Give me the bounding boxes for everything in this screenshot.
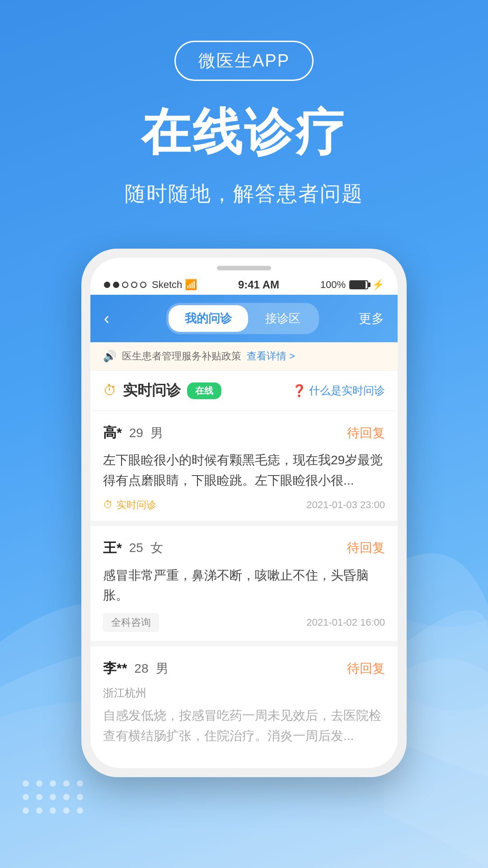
patient-info-2: 王* 25 女 <box>103 539 163 557</box>
case-status-2: 待回复 <box>347 539 385 557</box>
dot-12 <box>36 807 42 814</box>
realtime-icon: ⏱ <box>103 383 117 398</box>
notice-link[interactable]: 查看详情 > <box>247 349 295 363</box>
sub-title: 随时随地，解答患者问题 <box>125 180 363 208</box>
online-badge: 在线 <box>187 382 221 399</box>
status-battery: 100% ⚡ <box>320 279 384 291</box>
consult-list: ⏱ 实时问诊 在线 ❓ 什么是实时问诊 高* 29 <box>90 371 398 763</box>
patient-info-3: 李** 28 男 <box>103 659 169 678</box>
patient-gender-1: 男 <box>150 425 163 442</box>
case-footer-2: 全科咨询 2021-01-02 16:00 <box>103 613 385 632</box>
help-icon: ❓ <box>292 384 306 398</box>
tab-group: 我的问诊 接诊区 <box>166 303 319 334</box>
dot-10 <box>77 794 83 800</box>
dot-4 <box>63 780 70 787</box>
case-header-2: 王* 25 女 待回复 <box>103 539 385 557</box>
tag-icon-1: ⏱ <box>103 499 113 511</box>
tag-label-1: 实时问诊 <box>117 498 156 512</box>
notice-bar: 🔊 医生患者管理服务补贴政策 查看详情 > <box>90 342 398 371</box>
case-status-1: 待回复 <box>347 425 385 442</box>
phone-mockup-container: Sketch 📶 9:41 AM 100% ⚡ ‹ 我的问诊 接诊区 <box>0 249 488 777</box>
hero-section: 微医生APP 在线诊疗 随时随地，解答患者问题 <box>0 0 488 235</box>
battery-percent: 100% <box>320 279 346 291</box>
dot-5 <box>77 780 83 787</box>
status-carrier: Sketch 📶 <box>104 279 197 291</box>
help-link[interactable]: ❓ 什么是实时问诊 <box>292 383 385 398</box>
dot-11 <box>23 807 29 814</box>
section-title: ⏱ 实时问诊 在线 <box>103 381 221 401</box>
app-badge: 微医生APP <box>174 41 314 81</box>
dot-13 <box>50 807 56 814</box>
signal-dot-4 <box>131 282 137 288</box>
signal-dot-3 <box>122 282 128 288</box>
signal-dot-1 <box>104 282 110 288</box>
dot-9 <box>63 794 70 800</box>
case-description-3: 自感发低烧，按感冒吃药一周未见效后，去医院检查有横结肠扩张，住院治疗。消炎一周后… <box>103 706 385 746</box>
patient-name-3: 李** <box>103 659 127 678</box>
help-text: 什么是实时问诊 <box>309 383 385 398</box>
dot-1 <box>23 780 29 787</box>
wifi-icon: 📶 <box>185 279 197 291</box>
phone-speaker <box>217 266 271 270</box>
case-header-3: 李** 28 男 待回复 <box>103 659 385 678</box>
notice-icon: 🔊 <box>103 350 117 363</box>
phone-screen: Sketch 📶 9:41 AM 100% ⚡ ‹ 我的问诊 接诊区 <box>90 258 398 768</box>
dot-8 <box>50 794 56 800</box>
status-bar: Sketch 📶 9:41 AM 100% ⚡ <box>90 275 398 295</box>
case-card-3[interactable]: 李** 28 男 待回复 浙江杭州 自感发低烧，按感冒吃药一周未见效后，去医院检… <box>90 646 398 763</box>
app-header: ‹ 我的问诊 接诊区 更多 <box>90 295 398 342</box>
case-description-1: 左下眼睑很小的时候有颗黑毛痣，现在我29岁最觉得有点磨眼睛，下眼睑跳。左下眼睑很… <box>103 450 385 491</box>
patient-info-1: 高* 29 男 <box>103 424 163 442</box>
phone-mockup: Sketch 📶 9:41 AM 100% ⚡ ‹ 我的问诊 接诊区 <box>81 249 407 777</box>
patient-age-1: 29 <box>129 426 143 440</box>
patient-name-2: 王* <box>103 539 122 557</box>
case-footer-1: ⏱ 实时问诊 2021-01-03 23:00 <box>103 498 385 512</box>
battery-icon <box>349 280 368 289</box>
patient-name-1: 高* <box>103 424 122 442</box>
patient-gender-3: 男 <box>156 660 169 677</box>
case-card-2[interactable]: 王* 25 女 待回复 感冒非常严重，鼻涕不断，咳嗽止不住，头昏脑胀。 全科咨询… <box>90 526 398 642</box>
lightning-icon: ⚡ <box>372 279 384 291</box>
case-time-1: 2021-01-03 23:00 <box>306 499 385 511</box>
patient-age-2: 25 <box>129 541 143 555</box>
status-time: 9:41 AM <box>238 278 279 291</box>
section-title-text: 实时问诊 <box>123 381 181 401</box>
main-title: 在线诊疗 <box>141 99 347 166</box>
case-time-2: 2021-01-02 16:00 <box>306 617 385 628</box>
tab-my-consult[interactable]: 我的问诊 <box>169 305 248 332</box>
notice-text: 医生患者管理服务补贴政策 <box>122 349 241 363</box>
section-header: ⏱ 实时问诊 在线 ❓ 什么是实时问诊 <box>90 371 398 411</box>
battery-fill <box>350 281 366 288</box>
case-card-1[interactable]: 高* 29 男 待回复 左下眼睑很小的时候有颗黑毛痣，现在我29岁最觉得有点磨眼… <box>90 411 398 521</box>
dot-7 <box>36 794 42 800</box>
case-status-3: 待回复 <box>347 660 385 677</box>
patient-age-3: 28 <box>134 661 148 676</box>
case-description-2: 感冒非常严重，鼻涕不断，咳嗽止不住，头昏脑胀。 <box>103 566 385 606</box>
signal-dot-2 <box>113 282 119 288</box>
tab-reception[interactable]: 接诊区 <box>249 305 317 332</box>
dot-14 <box>63 807 70 814</box>
case-tag-label-2: 全科咨询 <box>103 613 159 632</box>
case-header-1: 高* 29 男 待回复 <box>103 424 385 442</box>
carrier-name: Sketch <box>152 279 182 291</box>
dots-decoration <box>23 780 83 814</box>
dot-6 <box>23 794 29 800</box>
patient-gender-2: 女 <box>150 539 163 557</box>
more-button[interactable]: 更多 <box>359 310 384 327</box>
back-button[interactable]: ‹ <box>104 309 127 328</box>
case-tag-1: ⏱ 实时问诊 <box>103 498 156 512</box>
signal-dot-5 <box>140 282 146 288</box>
dot-2 <box>36 780 42 787</box>
patient-location-3: 浙江杭州 <box>103 686 385 700</box>
dot-3 <box>50 780 56 787</box>
dot-15 <box>77 807 83 814</box>
